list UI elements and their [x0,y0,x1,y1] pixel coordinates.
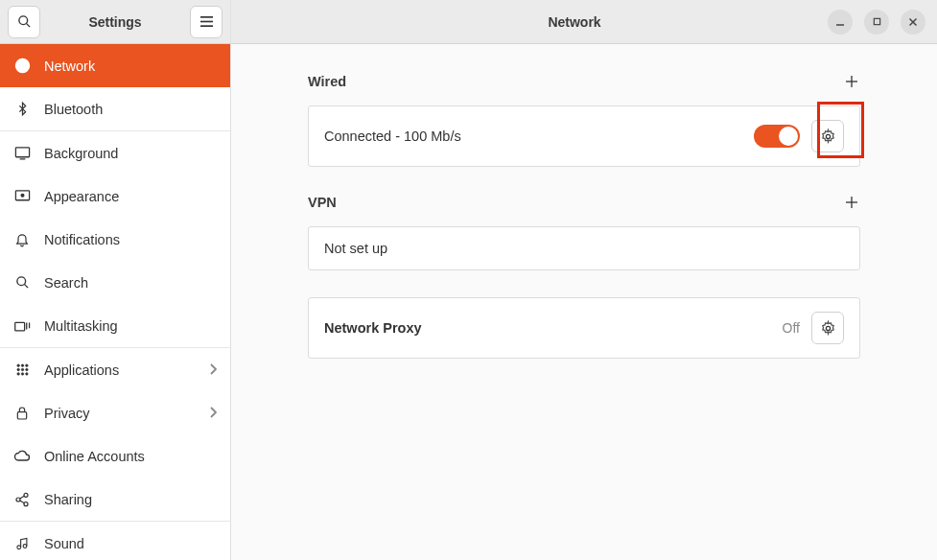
svg-point-11 [21,194,24,197]
sidebar-item-multitasking[interactable]: Multitasking [0,304,230,347]
sidebar-item-applications[interactable]: Applications [0,348,230,391]
svg-rect-33 [874,18,879,24]
svg-point-0 [18,16,27,25]
main-panel: Network Wired [231,0,937,560]
add-wired-button[interactable] [843,73,860,90]
sidebar-item-sound[interactable]: Sound [0,522,230,560]
sidebar-item-label: Appearance [44,189,217,204]
svg-point-26 [16,498,20,502]
page-title: Network [339,14,810,30]
svg-point-17 [25,364,28,367]
wired-section-header: Wired [308,73,860,90]
chevron-right-icon [209,362,217,378]
svg-rect-8 [15,148,29,157]
svg-point-38 [826,134,830,138]
hamburger-icon [199,15,214,28]
sidebar-item-label: Notifications [44,232,217,247]
svg-point-16 [21,364,24,367]
svg-point-12 [16,277,25,286]
sidebar-item-background[interactable]: Background [0,131,230,175]
svg-line-29 [20,501,25,503]
sidebar-item-label: Network [44,58,217,74]
sidebar-item-bluetooth[interactable]: Bluetooth [0,87,230,130]
sidebar-item-sharing[interactable]: Sharing [0,478,230,521]
sidebar-list: Network Bluetooth Background Appearance [0,44,230,560]
toggle-knob [779,127,798,146]
add-vpn-button[interactable] [843,194,860,211]
svg-rect-24 [17,411,26,418]
svg-point-25 [24,493,28,497]
svg-line-1 [26,23,30,27]
sidebar-header: Settings [0,0,230,44]
gear-icon [820,128,836,145]
vpn-status: Not set up [324,241,844,256]
wired-section: Wired Connected - 100 Mb/s [308,73,860,167]
wired-connection-card: Connected - 100 Mb/s [308,105,860,167]
chevron-right-icon [209,406,217,421]
close-button[interactable] [901,10,925,35]
plus-icon [845,75,858,88]
proxy-card[interactable]: Network Proxy Off [308,297,860,359]
sidebar-item-label: Bluetooth [44,102,217,117]
sidebar-item-label: Sound [44,536,217,551]
search-icon [13,274,31,292]
svg-point-31 [23,544,27,548]
svg-line-28 [20,496,25,499]
sidebar-item-appearance[interactable]: Appearance [0,175,230,218]
sidebar-item-label: Privacy [44,406,196,421]
bluetooth-icon [13,101,31,118]
maximize-icon [873,17,881,26]
svg-point-21 [16,373,19,376]
svg-point-22 [21,373,24,376]
sharing-icon [13,491,31,508]
sidebar-item-network[interactable]: Network [0,44,230,87]
proxy-status: Off [783,320,800,336]
applications-icon [13,362,31,379]
svg-point-18 [16,368,19,371]
vpn-title: VPN [308,195,337,210]
svg-point-30 [16,545,20,548]
proxy-section: Network Proxy Off [308,297,860,359]
svg-point-19 [21,368,24,371]
cloud-icon [13,448,31,465]
menu-button[interactable] [190,6,223,38]
svg-point-23 [25,373,28,376]
sidebar-item-label: Background [44,146,217,161]
sidebar-item-label: Online Accounts [44,449,217,464]
minimize-button[interactable] [828,10,853,35]
wired-settings-button[interactable] [811,120,844,152]
svg-point-41 [826,326,830,330]
svg-rect-14 [14,322,24,331]
main-header: Network [231,0,937,44]
vpn-section: VPN Not set up [308,194,860,270]
background-icon [13,145,31,162]
notifications-icon [13,231,31,248]
search-icon [17,14,32,29]
sidebar-item-label: Search [44,275,217,291]
content-area: Wired Connected - 100 Mb/s [231,44,937,560]
sidebar-item-search[interactable]: Search [0,261,230,304]
sidebar-item-notifications[interactable]: Notifications [0,218,230,261]
svg-line-13 [24,284,28,288]
privacy-icon [13,405,31,422]
sidebar-item-privacy[interactable]: Privacy [0,391,230,434]
svg-point-15 [16,364,19,367]
maximize-button[interactable] [864,10,889,35]
settings-title: Settings [48,14,182,30]
svg-point-20 [25,368,28,371]
sidebar-item-online-accounts[interactable]: Online Accounts [0,434,230,478]
vpn-section-header: VPN [308,194,860,211]
sidebar-item-label: Multitasking [44,318,217,334]
search-button[interactable] [8,6,40,38]
sidebar: Settings Network Bluetooth [0,0,231,560]
svg-point-27 [24,502,28,505]
proxy-settings-button[interactable] [811,312,844,344]
network-icon [13,58,31,75]
gear-icon [820,320,836,337]
wired-toggle[interactable] [754,125,800,148]
window-controls [810,10,925,35]
multitasking-icon [13,317,31,335]
minimize-icon [835,17,845,27]
wired-status: Connected - 100 Mb/s [324,128,742,144]
vpn-card: Not set up [308,226,860,270]
